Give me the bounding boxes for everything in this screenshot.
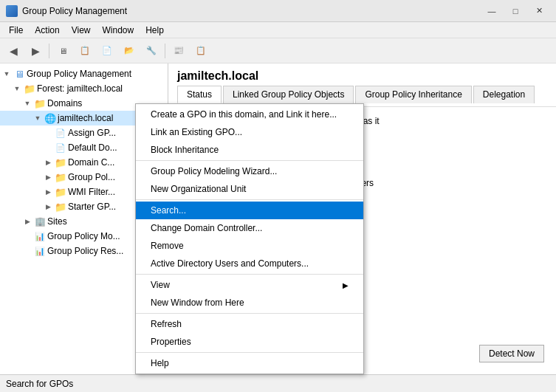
tree-label-domainc: Domain C...: [68, 157, 114, 168]
expand-icon-gpr: [22, 246, 32, 256]
tree-label-sites: Sites: [47, 216, 67, 227]
title-bar: Group Policy Management — □ ✕: [0, 0, 556, 22]
tree-icon-domains: 📁: [34, 97, 46, 109]
ctx-label-refresh: Refresh: [151, 319, 182, 329]
tree-icon-starter: 📁: [55, 201, 66, 213]
ctx-label-link-existing: Link an Existing GPO...: [151, 127, 242, 137]
detect-now-button[interactable]: Detect Now: [479, 345, 544, 362]
tree-label-assign: Assign GP...: [68, 128, 116, 138]
ctx-label-search: Search...: [151, 205, 186, 216]
tree-root[interactable]: ▼ 🖥 Group Policy Management: [0, 66, 168, 81]
tabs-bar: Status Linked Group Policy Objects Group…: [177, 86, 547, 103]
toolbar-btn-5[interactable]: 🔧: [141, 41, 162, 61]
status-text: Search for GPOs: [6, 379, 73, 389]
ctx-label-block: Block Inheritance: [151, 145, 219, 155]
tree-forest[interactable]: ▼ 📁 Forest: jamiltech.local: [0, 81, 168, 96]
tree-icon-forest: 📁: [24, 83, 35, 94]
tab-linked-gpo[interactable]: Linked Group Policy Objects: [223, 86, 354, 103]
ctx-block-inheritance[interactable]: Block Inheritance: [136, 141, 363, 159]
status-bar: Search for GPOs: [0, 374, 556, 392]
expand-icon-root: ▼: [1, 69, 12, 79]
ctx-view[interactable]: View ▶: [136, 276, 363, 294]
tree-icon-jamiltech: 🌐: [44, 112, 56, 124]
window-controls: — □ ✕: [481, 4, 550, 18]
ctx-refresh[interactable]: Refresh: [136, 315, 363, 333]
tree-label-gpm2: Group Policy Mo...: [47, 231, 120, 241]
menu-bar: File Action View Window Help: [0, 22, 556, 38]
expand-icon-starter: ▶: [43, 202, 53, 212]
window-title: Group Policy Management: [22, 6, 127, 16]
ctx-label-new-ou: New Organizational Unit: [151, 184, 246, 194]
toolbar-btn-6[interactable]: 📰: [168, 41, 189, 61]
tree-label-grouppol: Group Pol...: [68, 172, 115, 182]
ctx-properties[interactable]: Properties: [136, 333, 363, 351]
expand-icon-gpm2: [22, 231, 32, 241]
ctx-sep-1: [136, 160, 363, 161]
back-button[interactable]: ◀: [3, 41, 24, 61]
expand-icon-jamiltech: ▼: [32, 113, 43, 123]
ctx-sep-5: [136, 352, 363, 353]
tree-label-starter: Starter GP...: [68, 202, 116, 212]
minimize-button[interactable]: —: [481, 4, 503, 18]
toolbar-btn-7[interactable]: 📋: [191, 41, 211, 61]
tree-icon-sites: 🏢: [34, 216, 46, 227]
ctx-ad-users[interactable]: Active Directory Users and Computers...: [136, 255, 363, 272]
tree-icon-gpr: 📊: [34, 245, 46, 257]
tab-delegation[interactable]: Delegation: [473, 86, 535, 103]
expand-icon-assign: [43, 128, 53, 138]
ctx-gp-modeling[interactable]: Group Policy Modeling Wizard...: [136, 162, 363, 180]
ctx-sep-4: [136, 313, 363, 314]
ctx-new-window[interactable]: New Window from Here: [136, 294, 363, 312]
app-icon: [6, 5, 18, 17]
expand-icon-domainc: ▶: [43, 157, 53, 168]
expand-icon-grouppol: ▶: [43, 172, 53, 182]
ctx-arrow-view: ▶: [343, 281, 349, 289]
ctx-help[interactable]: Help: [136, 354, 363, 372]
ctx-label-ad-users: Active Directory Users and Computers...: [151, 258, 309, 269]
toolbar-sep-2: [165, 44, 165, 58]
expand-icon-default: [43, 142, 53, 153]
ctx-create-gpo[interactable]: Create a GPO in this domain, and Link it…: [136, 106, 363, 123]
toolbar-btn-3[interactable]: 📄: [97, 41, 117, 61]
menu-view[interactable]: View: [66, 24, 97, 37]
ctx-remove[interactable]: Remove: [136, 237, 363, 255]
toolbar-btn-2[interactable]: 📋: [75, 41, 95, 61]
tree-icon-assign: 📄: [55, 127, 66, 139]
tree-icon-wmi: 📁: [55, 186, 66, 198]
tree-label-gpr: Group Policy Res...: [47, 246, 123, 256]
ctx-label-help: Help: [151, 358, 169, 368]
tree-label-domains: Domains: [47, 98, 82, 109]
ctx-label-view: View: [151, 280, 170, 290]
tree-icon-root: 🖥: [13, 68, 25, 80]
menu-file[interactable]: File: [3, 24, 29, 37]
menu-help[interactable]: Help: [140, 24, 170, 37]
ctx-new-ou[interactable]: New Organizational Unit: [136, 180, 363, 198]
ctx-label-remove: Remove: [151, 241, 184, 251]
close-button[interactable]: ✕: [528, 4, 550, 18]
toolbar-btn-4[interactable]: 📂: [119, 41, 140, 61]
ctx-label-gp-modeling: Group Policy Modeling Wizard...: [151, 166, 277, 176]
expand-icon-wmi: ▶: [43, 187, 53, 197]
tree-label-root: Group Policy Management: [27, 69, 131, 79]
toolbar-sep-1: [49, 44, 49, 58]
expand-icon-forest: ▼: [12, 83, 22, 94]
menu-action[interactable]: Action: [29, 24, 65, 37]
tree-label-wmi: WMI Filter...: [68, 187, 115, 197]
tab-gp-inheritance[interactable]: Group Policy Inheritance: [355, 86, 471, 103]
ctx-sep-2: [136, 199, 363, 200]
ctx-sep-3: [136, 274, 363, 275]
menu-window[interactable]: Window: [97, 24, 140, 37]
expand-icon-domains: ▼: [22, 98, 32, 109]
ctx-link-existing[interactable]: Link an Existing GPO...: [136, 123, 363, 141]
tab-status[interactable]: Status: [177, 86, 222, 103]
tree-icon-gpm2: 📊: [34, 230, 46, 242]
ctx-search[interactable]: Search...: [136, 202, 363, 219]
ctx-change-dc[interactable]: Change Domain Controller...: [136, 219, 363, 237]
toolbar-btn-1[interactable]: 🖥: [52, 41, 73, 61]
forward-button[interactable]: ▶: [25, 41, 46, 61]
expand-icon-sites: ▶: [22, 216, 32, 227]
maximize-button[interactable]: □: [504, 4, 526, 18]
tree-label-jamiltech: jamiltech.local: [58, 113, 113, 123]
tree-label-default: Default Do...: [68, 142, 117, 153]
right-header: jamiltech.local Status Linked Group Poli…: [168, 63, 556, 107]
